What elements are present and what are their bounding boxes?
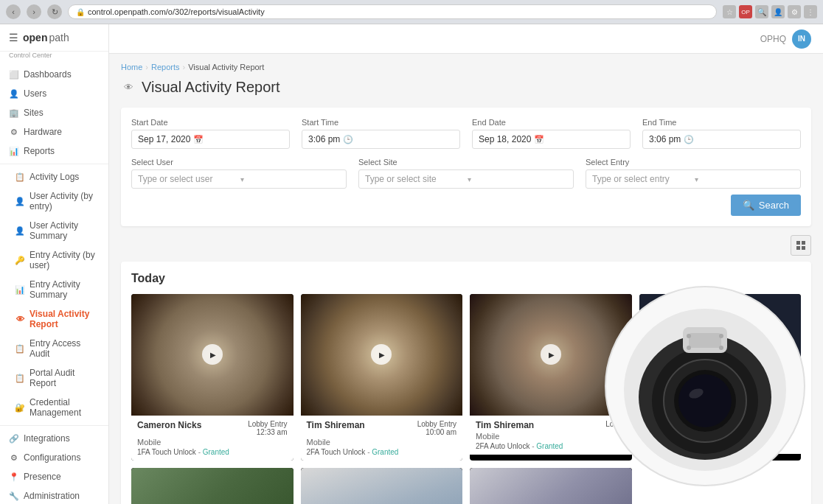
sidebar-item-entry-activity-user[interactable]: 🔑 Entry Activity (by user) (0, 245, 108, 275)
sidebar-item-reports[interactable]: 📊 Reports (0, 141, 108, 161)
sidebar-item-configurations[interactable]: ⚙ Configurations (0, 448, 108, 467)
star-icon[interactable]: ☆ (723, 5, 736, 18)
sidebar-item-credential-management[interactable]: 🔐 Credential Management (0, 393, 108, 422)
sidebar-item-entry-activity-summary[interactable]: 📊 Entry Activity Summary (0, 275, 108, 304)
search-button[interactable]: 🔍 Search (731, 195, 801, 216)
grid-toggle-row (121, 235, 811, 256)
video-card-6[interactable]: ▶ (470, 468, 632, 504)
video-grid-row2: ▶ ▶ (131, 468, 801, 504)
sidebar-item-users[interactable]: 👤 Users (0, 84, 108, 103)
filter-select-user: Select User Type or select user ▾ (131, 158, 347, 189)
video-user-name-2: Tim Shireman (476, 420, 534, 430)
play-button-3[interactable]: ▶ (709, 344, 730, 365)
end-time-value: 3:06 pm (649, 134, 681, 144)
video-card-1[interactable]: ▶ Tim Shireman Lobby Entry 10:00 am (301, 294, 463, 461)
sidebar-item-integrations[interactable]: 🔗 Integrations (0, 429, 108, 448)
select-user-dropdown[interactable]: Type or select user ▾ (131, 169, 347, 189)
select-entry-label: Select Entry (586, 158, 801, 167)
ext-icon-4[interactable]: ⚙ (788, 5, 801, 18)
video-card-3[interactable]: ▶ (639, 294, 802, 461)
video-user-name-1: Tim Shireman (307, 420, 365, 430)
sidebar-item-label: User Activity Summary (29, 220, 100, 241)
url-bar[interactable]: 🔒 control.openpath.com/o/302/reports/vis… (68, 4, 717, 19)
menu-icon[interactable]: ⋮ (804, 5, 817, 18)
video-access-0: 1FA Touch Unlock - Granted (137, 448, 288, 456)
ext-icon-3[interactable]: 👤 (771, 5, 785, 18)
breadcrumb-sep-1: › (145, 63, 148, 71)
page-title: Visual Activity Report (142, 79, 280, 96)
video-user-row-2: Tim Shireman Lobby (476, 420, 626, 430)
sidebar-item-portal-audit[interactable]: 📋 Portal Audit Report (0, 363, 108, 393)
video-section: Today ▶ (121, 262, 811, 504)
video-card-5[interactable]: ▶ (301, 468, 463, 504)
play-button-1[interactable]: ▶ (371, 344, 392, 365)
video-user-row-0: Cameron Nicks Lobby Entry 12:33 am (137, 420, 288, 436)
sidebar-item-label: Reports (24, 146, 55, 156)
sidebar-item-dashboards[interactable]: ⬜ Dashboards (0, 65, 108, 84)
sidebar-item-sites[interactable]: 🏢 Sites (0, 103, 108, 122)
visual-activity-icon: 👁 (15, 314, 25, 324)
video-device-1: Mobile (307, 438, 457, 447)
hardware-icon: ⚙ (9, 127, 19, 137)
sidebar-item-hardware[interactable]: ⚙ Hardware (0, 122, 108, 141)
sites-icon: 🏢 (9, 108, 19, 118)
play-button-2[interactable]: ▶ (541, 344, 561, 365)
select-entry-dropdown[interactable]: Type or select entry ▾ (586, 169, 801, 189)
video-time-1: 10:00 am (417, 428, 456, 436)
ext-icon-1[interactable]: OP (739, 5, 752, 18)
sidebar-item-label: Presence (24, 472, 61, 482)
breadcrumb-reports[interactable]: Reports (151, 63, 180, 71)
grid-toggle-button[interactable] (791, 235, 811, 256)
credential-management-icon: 🔐 (15, 402, 25, 413)
svg-rect-0 (796, 241, 800, 245)
sidebar-item-presence[interactable]: 📍 Presence (0, 467, 108, 486)
sidebar-item-visual-activity[interactable]: 👁 Visual Activity Report (0, 304, 108, 334)
video-thumb-3: ▶ (639, 294, 802, 416)
hamburger-icon[interactable]: ☰ (9, 32, 18, 43)
forward-button[interactable]: › (27, 4, 41, 19)
search-icon: 🔍 (743, 200, 754, 211)
sidebar-item-activity-logs[interactable]: 📋 Activity Logs (0, 167, 108, 186)
video-time-0: 12:33 am (248, 428, 287, 436)
sidebar-item-label: Integrations (24, 433, 70, 444)
filter-select-entry: Select Entry Type or select entry ▾ (586, 158, 801, 189)
video-card-0[interactable]: ▶ Cameron Nicks Lobby Entry 12:33 am (131, 294, 294, 461)
video-entry-name-1: Lobby Entry (417, 420, 456, 428)
thumb-overlay-4: ▶ (131, 468, 294, 504)
sidebar-item-entry-access-audit[interactable]: 📋 Entry Access Audit (0, 334, 108, 363)
grid-icon (796, 240, 806, 251)
thumb-overlay-3: ▶ (639, 294, 802, 416)
video-card-4[interactable]: ▶ (131, 468, 294, 504)
sidebar-item-label: Entry Access Audit (29, 338, 100, 359)
end-date-input[interactable]: Sep 18, 2020 📅 (472, 130, 631, 149)
page-header: 👁 Visual Activity Report (121, 79, 811, 96)
breadcrumb: Home › Reports › Visual Activity Report (121, 63, 811, 71)
start-time-input[interactable]: 3:06 pm 🕒 (302, 130, 460, 149)
sidebar-item-administration[interactable]: 🔧 Administration (0, 486, 108, 504)
sidebar-item-label: Visual Activity Report (29, 309, 100, 329)
select-site-dropdown[interactable]: Type or select site ▾ (358, 169, 574, 189)
calendar-icon-start: 📅 (193, 135, 204, 144)
breadcrumb-home[interactable]: Home (121, 63, 142, 71)
back-button[interactable]: ‹ (6, 4, 21, 19)
sidebar-item-user-activity-entry[interactable]: 👤 User Activity (by entry) (0, 186, 108, 216)
refresh-button[interactable]: ↻ (47, 4, 62, 19)
access-status-2: Granted (536, 442, 563, 450)
filter-row-1: Start Date Sep 17, 2020 📅 Start Time 3:0… (131, 118, 801, 149)
browser-chrome: ‹ › ↻ 🔒 control.openpath.com/o/302/repor… (0, 0, 823, 24)
video-grid: ▶ Cameron Nicks Lobby Entry 12:33 am (131, 294, 801, 461)
top-bar-right: OPHQ IN (760, 29, 811, 49)
filter-select-site: Select Site Type or select site ▾ (358, 158, 574, 189)
play-button-0[interactable]: ▶ (202, 344, 223, 365)
start-date-input[interactable]: Sep 17, 2020 📅 (131, 130, 290, 149)
end-time-input[interactable]: 3:06 pm 🕒 (642, 130, 801, 149)
user-avatar[interactable]: IN (792, 29, 811, 49)
video-thumb-6: ▶ (470, 468, 632, 504)
sidebar-item-user-activity-summary[interactable]: 👤 User Activity Summary (0, 216, 108, 245)
browser-actions: ☆ OP 🔍 👤 ⚙ ⋮ (723, 5, 817, 18)
video-card-2[interactable]: ▶ Tim Shireman Lobby (470, 294, 632, 461)
end-time-label: End Time (642, 118, 801, 127)
sidebar-item-label: Portal Audit Report (29, 368, 100, 388)
ext-icon-2[interactable]: 🔍 (755, 5, 768, 18)
svg-rect-3 (802, 246, 805, 250)
